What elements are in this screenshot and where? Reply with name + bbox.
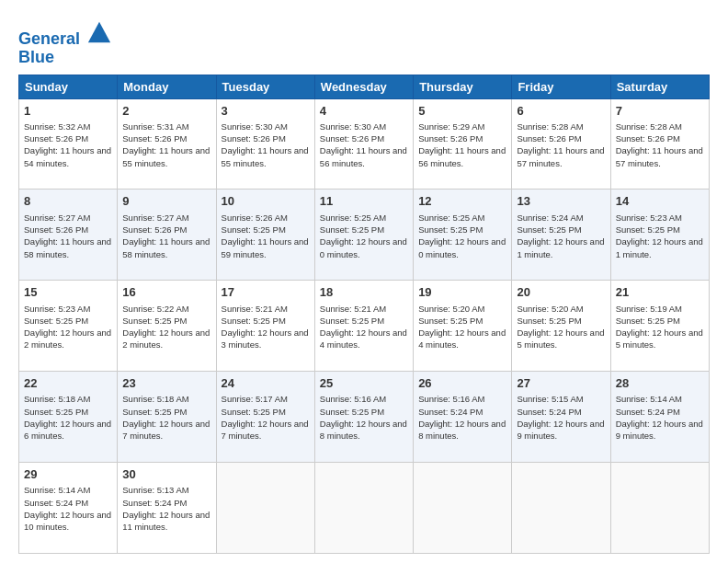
calendar-cell: 11Sunrise: 5:25 AMSunset: 5:25 PMDayligh… bbox=[314, 190, 413, 281]
daylight-text: Daylight: 12 hours and 8 minutes. bbox=[320, 419, 407, 441]
daylight-text: Daylight: 12 hours and 4 minutes. bbox=[320, 327, 407, 350]
day-number: 9 bbox=[122, 193, 210, 210]
daylight-text: Daylight: 12 hours and 10 minutes. bbox=[24, 510, 111, 532]
day-number: 5 bbox=[418, 103, 506, 120]
calendar-cell: 13Sunrise: 5:24 AMSunset: 5:25 PMDayligh… bbox=[512, 190, 610, 281]
sunset-text: Sunset: 5:26 PM bbox=[517, 133, 581, 144]
day-number: 14 bbox=[616, 193, 704, 210]
day-number: 6 bbox=[517, 103, 605, 120]
sunset-text: Sunset: 5:25 PM bbox=[320, 224, 384, 235]
calendar-cell: 2Sunrise: 5:31 AMSunset: 5:26 PMDaylight… bbox=[118, 98, 216, 190]
calendar-cell: 9Sunrise: 5:27 AMSunset: 5:26 PMDaylight… bbox=[118, 190, 216, 281]
daylight-text: Daylight: 11 hours and 56 minutes. bbox=[418, 145, 506, 167]
sunset-text: Sunset: 5:26 PM bbox=[320, 133, 384, 144]
daylight-text: Daylight: 11 hours and 55 minutes. bbox=[122, 145, 210, 167]
day-number: 24 bbox=[222, 375, 310, 392]
daylight-text: Daylight: 12 hours and 4 minutes. bbox=[418, 327, 506, 350]
daylight-text: Daylight: 11 hours and 58 minutes. bbox=[122, 236, 210, 259]
sunrise-text: Sunrise: 5:21 AM bbox=[320, 304, 386, 314]
sunset-text: Sunset: 5:25 PM bbox=[122, 407, 187, 417]
day-number: 4 bbox=[320, 103, 408, 120]
calendar-table: SundayMondayTuesdayWednesdayThursdayFrid… bbox=[18, 75, 710, 554]
day-number: 7 bbox=[616, 103, 704, 120]
day-number: 10 bbox=[222, 193, 310, 210]
sunrise-text: Sunrise: 5:14 AM bbox=[24, 485, 90, 495]
sunset-text: Sunset: 5:26 PM bbox=[122, 133, 187, 144]
sunset-text: Sunset: 5:26 PM bbox=[616, 133, 680, 144]
sunrise-text: Sunrise: 5:30 AM bbox=[320, 121, 386, 132]
calendar-body: 1Sunrise: 5:32 AMSunset: 5:26 PMDaylight… bbox=[19, 98, 710, 553]
daylight-text: Daylight: 12 hours and 2 minutes. bbox=[24, 327, 111, 350]
sunrise-text: Sunrise: 5:28 AM bbox=[517, 121, 583, 132]
sunrise-text: Sunrise: 5:24 AM bbox=[517, 213, 583, 223]
sunset-text: Sunset: 5:25 PM bbox=[222, 407, 286, 417]
daylight-text: Daylight: 12 hours and 11 minutes. bbox=[122, 510, 210, 532]
calendar-week-row: 15Sunrise: 5:23 AMSunset: 5:25 PMDayligh… bbox=[19, 281, 710, 372]
daylight-text: Daylight: 12 hours and 7 minutes. bbox=[222, 419, 309, 441]
sunrise-text: Sunrise: 5:20 AM bbox=[418, 304, 484, 314]
daylight-text: Daylight: 12 hours and 2 minutes. bbox=[122, 327, 210, 350]
header: General Blue bbox=[18, 15, 710, 67]
sunrise-text: Sunrise: 5:15 AM bbox=[517, 394, 583, 404]
calendar-cell: 14Sunrise: 5:23 AMSunset: 5:25 PMDayligh… bbox=[610, 190, 709, 281]
day-number: 28 bbox=[616, 375, 704, 392]
calendar-cell: 23Sunrise: 5:18 AMSunset: 5:25 PMDayligh… bbox=[118, 372, 216, 463]
daylight-text: Daylight: 12 hours and 3 minutes. bbox=[222, 327, 309, 350]
sunrise-text: Sunrise: 5:31 AM bbox=[122, 121, 188, 132]
day-number: 13 bbox=[517, 193, 605, 210]
sunrise-text: Sunrise: 5:21 AM bbox=[222, 304, 288, 314]
daylight-text: Daylight: 12 hours and 6 minutes. bbox=[24, 419, 111, 441]
sunset-text: Sunset: 5:25 PM bbox=[320, 316, 384, 326]
day-header-thursday: Thursday bbox=[414, 75, 512, 98]
sunset-text: Sunset: 5:25 PM bbox=[222, 224, 286, 235]
day-number: 8 bbox=[24, 193, 112, 210]
sunset-text: Sunset: 5:25 PM bbox=[418, 316, 483, 326]
sunset-text: Sunset: 5:26 PM bbox=[24, 133, 88, 144]
calendar-cell: 10Sunrise: 5:26 AMSunset: 5:25 PMDayligh… bbox=[216, 190, 314, 281]
sunrise-text: Sunrise: 5:23 AM bbox=[24, 304, 90, 314]
calendar-cell: 30Sunrise: 5:13 AMSunset: 5:24 PMDayligh… bbox=[118, 463, 216, 554]
calendar-week-row: 22Sunrise: 5:18 AMSunset: 5:25 PMDayligh… bbox=[19, 372, 710, 463]
day-number: 22 bbox=[24, 375, 112, 392]
daylight-text: Daylight: 12 hours and 7 minutes. bbox=[122, 419, 210, 441]
daylight-text: Daylight: 12 hours and 9 minutes. bbox=[616, 419, 703, 441]
daylight-text: Daylight: 12 hours and 8 minutes. bbox=[418, 419, 506, 441]
sunrise-text: Sunrise: 5:16 AM bbox=[320, 394, 386, 404]
page: General Blue SundayMondayTuesdayWednesda… bbox=[0, 0, 728, 563]
sunrise-text: Sunrise: 5:27 AM bbox=[122, 213, 188, 223]
daylight-text: Daylight: 12 hours and 0 minutes. bbox=[320, 236, 407, 259]
logo-general: General bbox=[18, 29, 80, 48]
sunrise-text: Sunrise: 5:18 AM bbox=[24, 394, 90, 404]
day-number: 25 bbox=[320, 375, 408, 392]
daylight-text: Daylight: 12 hours and 5 minutes. bbox=[616, 327, 703, 350]
logo-text: General bbox=[18, 18, 112, 49]
calendar-cell: 18Sunrise: 5:21 AMSunset: 5:25 PMDayligh… bbox=[314, 281, 413, 372]
day-number: 23 bbox=[122, 375, 210, 392]
calendar-cell: 20Sunrise: 5:20 AMSunset: 5:25 PMDayligh… bbox=[512, 281, 610, 372]
calendar-cell: 15Sunrise: 5:23 AMSunset: 5:25 PMDayligh… bbox=[19, 281, 118, 372]
sunset-text: Sunset: 5:25 PM bbox=[517, 316, 581, 326]
day-number: 18 bbox=[320, 284, 408, 301]
sunset-text: Sunset: 5:24 PM bbox=[418, 407, 483, 417]
day-number: 17 bbox=[222, 284, 310, 301]
calendar-cell: 22Sunrise: 5:18 AMSunset: 5:25 PMDayligh… bbox=[19, 372, 118, 463]
daylight-text: Daylight: 12 hours and 1 minute. bbox=[517, 236, 604, 259]
sunset-text: Sunset: 5:24 PM bbox=[616, 407, 680, 417]
daylight-text: Daylight: 11 hours and 54 minutes. bbox=[24, 145, 111, 167]
sunrise-text: Sunrise: 5:27 AM bbox=[24, 213, 90, 223]
day-number: 19 bbox=[418, 284, 506, 301]
day-number: 15 bbox=[24, 284, 112, 301]
sunrise-text: Sunrise: 5:14 AM bbox=[616, 394, 682, 404]
sunrise-text: Sunrise: 5:13 AM bbox=[122, 485, 188, 495]
calendar-week-row: 29Sunrise: 5:14 AMSunset: 5:24 PMDayligh… bbox=[19, 463, 710, 554]
daylight-text: Daylight: 11 hours and 59 minutes. bbox=[222, 236, 309, 259]
day-number: 30 bbox=[122, 466, 210, 483]
logo: General Blue bbox=[18, 18, 112, 67]
calendar-cell: 12Sunrise: 5:25 AMSunset: 5:25 PMDayligh… bbox=[414, 190, 512, 281]
calendar-cell: 16Sunrise: 5:22 AMSunset: 5:25 PMDayligh… bbox=[118, 281, 216, 372]
calendar-cell bbox=[512, 463, 610, 554]
calendar-cell: 21Sunrise: 5:19 AMSunset: 5:25 PMDayligh… bbox=[610, 281, 709, 372]
sunset-text: Sunset: 5:25 PM bbox=[24, 407, 88, 417]
sunrise-text: Sunrise: 5:22 AM bbox=[122, 304, 188, 314]
day-number: 27 bbox=[517, 375, 605, 392]
